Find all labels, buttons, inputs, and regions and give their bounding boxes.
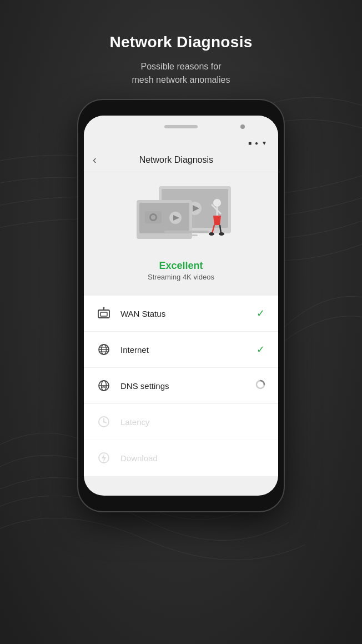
quality-desc: Streaming 4K videos [148, 273, 214, 281]
page-title: Network Diagnosis [0, 33, 362, 51]
svg-point-13 [213, 199, 221, 207]
front-camera [240, 124, 245, 129]
list-item-latency: Latency [84, 404, 278, 440]
svg-rect-12 [164, 234, 198, 236]
back-button[interactable]: ‹ [93, 151, 101, 168]
svg-point-39 [103, 421, 105, 423]
list-item-download: Download [84, 440, 278, 476]
wan-status: ✓ [254, 307, 267, 319]
download-label: Download [120, 453, 254, 463]
app-header: ‹ Network Diagnosis [84, 148, 278, 172]
list-item-wan: WAN Status ✓ [84, 296, 278, 332]
svg-point-25 [103, 307, 105, 309]
notch [84, 116, 278, 138]
svg-rect-23 [100, 312, 107, 316]
svg-rect-11 [164, 231, 209, 233]
svg-text:DNS: DNS [101, 385, 107, 388]
svg-rect-22 [98, 310, 109, 318]
dns-label: DNS settings [120, 381, 254, 391]
internet-status: ✓ [254, 343, 267, 356]
speaker [164, 125, 198, 128]
illustration-area: Excellent Streaming 4K videos [84, 172, 278, 296]
svg-marker-15 [213, 216, 221, 225]
status-bar: ■ ● ▼ [84, 138, 278, 148]
illustration-graphic [125, 183, 237, 256]
status-icon-2: ● [255, 140, 258, 146]
quality-label: Excellent [159, 260, 203, 272]
list-item-dns: DNS DNS settings [84, 368, 278, 404]
svg-point-20 [209, 232, 214, 236]
wan-label: WAN Status [120, 309, 254, 318]
latency-label: Latency [120, 417, 254, 427]
internet-label: Internet [120, 345, 254, 355]
phone-screen: ■ ● ▼ ‹ Network Diagnosis [84, 116, 278, 496]
phone-mockup: ■ ● ▼ ‹ Network Diagnosis [78, 100, 284, 511]
screen-title: Network Diagnosis [101, 155, 252, 165]
internet-icon [95, 341, 113, 358]
dns-status [254, 379, 267, 393]
download-icon [95, 449, 113, 467]
svg-point-21 [219, 232, 224, 236]
latency-icon [95, 413, 113, 431]
list-item-internet: Internet ✓ [84, 332, 278, 368]
dns-icon: DNS [95, 377, 113, 395]
diagnosis-list: WAN Status ✓ Internet ✓ [84, 296, 278, 476]
svg-point-8 [151, 215, 155, 219]
status-icon-1: ■ [248, 140, 252, 146]
status-icon-3: ▼ [262, 140, 267, 146]
page-subtitle: Possible reasons formesh network anomali… [0, 60, 362, 87]
wan-icon [95, 304, 113, 322]
